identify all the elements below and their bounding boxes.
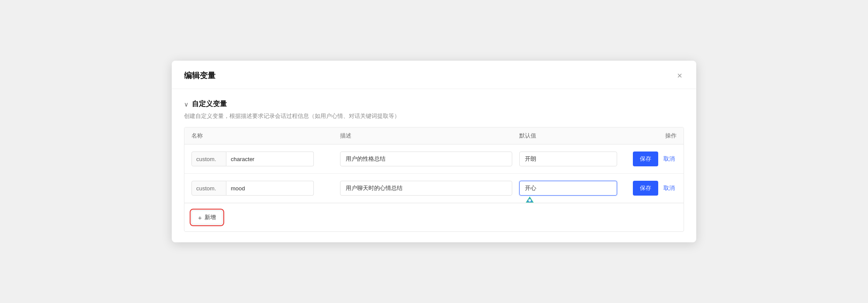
table-header-row: 名称 描述 默认值 操作 xyxy=(184,127,684,145)
section-header: ∨ 自定义变量 xyxy=(184,100,684,109)
save-button-1[interactable]: 保存 xyxy=(633,152,658,166)
table-row: 保存 取消 xyxy=(184,174,684,203)
default-cell-2 xyxy=(519,181,624,196)
dialog-title: 编辑变量 xyxy=(184,70,215,81)
prefix-input-1[interactable] xyxy=(191,152,226,166)
add-variable-button[interactable]: + 新增 xyxy=(191,210,222,224)
desc-cell-1 xyxy=(340,152,519,166)
add-button-label: 新增 xyxy=(205,213,216,221)
actions-cell-1: 保存 取消 xyxy=(624,152,677,166)
desc-cell-2 xyxy=(340,181,519,196)
save-button-2[interactable]: 保存 xyxy=(633,181,658,196)
cancel-button-2[interactable]: 取消 xyxy=(662,181,677,196)
header-name: 名称 xyxy=(191,132,340,140)
section-toggle-icon[interactable]: ∨ xyxy=(184,101,188,108)
dialog-header: 编辑变量 × xyxy=(172,61,696,89)
svg-point-2 xyxy=(528,199,531,202)
variables-table: 名称 描述 默认值 操作 保存 取消 xyxy=(184,127,684,232)
add-row: + 新增 xyxy=(184,203,684,231)
default-input-2[interactable] xyxy=(519,181,617,196)
plus-icon: + xyxy=(198,214,202,221)
name-cell-2 xyxy=(191,181,340,196)
name-input-1[interactable] xyxy=(226,152,314,166)
actions-cell-2: 保存 取消 xyxy=(624,181,677,196)
dialog-body: ∨ 自定义变量 创建自定义变量，根据描述要求记录会话过程信息（如用户心情、对话关… xyxy=(172,89,696,242)
default-input-1[interactable] xyxy=(519,152,617,166)
edit-variable-dialog: 编辑变量 × ∨ 自定义变量 创建自定义变量，根据描述要求记录会话过程信息（如用… xyxy=(172,61,696,242)
header-default: 默认值 xyxy=(519,132,624,140)
close-button[interactable]: × xyxy=(675,69,684,82)
cancel-button-1[interactable]: 取消 xyxy=(662,152,677,166)
desc-input-1[interactable] xyxy=(340,152,512,166)
section-title: 自定义变量 xyxy=(192,100,227,109)
section-description: 创建自定义变量，根据描述要求记录会话过程信息（如用户心情、对话关键词提取等） xyxy=(184,112,684,120)
header-description: 描述 xyxy=(340,132,519,140)
desc-input-2[interactable] xyxy=(340,181,512,196)
table-row: 保存 取消 xyxy=(184,145,684,174)
name-cell-1 xyxy=(191,152,340,166)
autocomplete-indicator xyxy=(524,196,535,203)
default-cell-1 xyxy=(519,152,624,166)
name-input-2[interactable] xyxy=(226,181,314,196)
header-actions: 操作 xyxy=(624,132,677,140)
prefix-input-2[interactable] xyxy=(191,181,226,196)
